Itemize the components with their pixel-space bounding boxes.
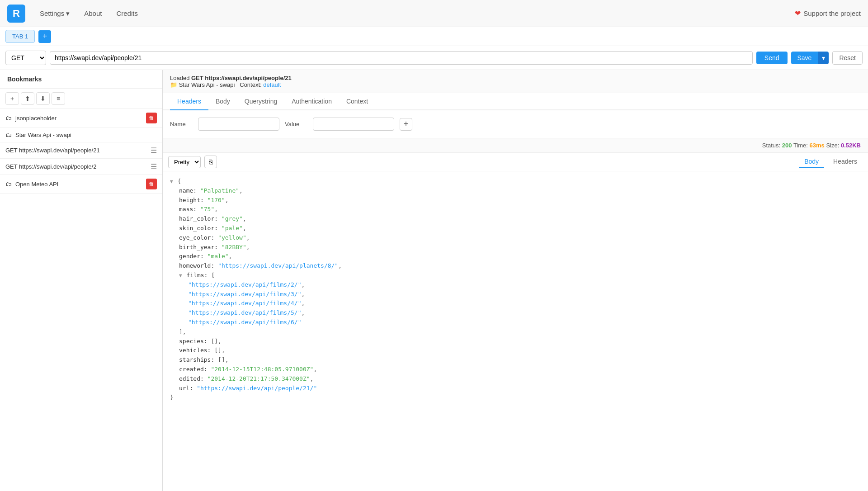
tab-headers[interactable]: Headers bbox=[170, 93, 208, 110]
json-eye-color: eye_color: "yellow", bbox=[170, 233, 861, 243]
json-film-2: "https://swapi.dev/api/films/3/", bbox=[170, 290, 861, 299]
bookmark-item-sw1[interactable]: GET https://swapi.dev/api/people/21 ☰ bbox=[0, 142, 162, 159]
folder-icon-jsonplaceholder: 🗂 bbox=[5, 114, 12, 122]
add-header-button[interactable]: + bbox=[400, 118, 412, 131]
loaded-bar: Loaded GET https://swapi.dev/api/people/… bbox=[163, 70, 868, 93]
credits-nav-item[interactable]: Credits bbox=[109, 6, 145, 21]
menu-icon-sw2: ☰ bbox=[151, 162, 157, 171]
loaded-method: GET bbox=[191, 75, 205, 81]
tab-1[interactable]: TAB 1 bbox=[5, 30, 35, 43]
loaded-context-value[interactable]: default bbox=[263, 81, 281, 88]
json-homeworld: homeworld: "https://swapi.dev/api/planet… bbox=[170, 261, 861, 271]
bookmark-item-sw2-label: GET https://swapi.dev/api/people/2 bbox=[5, 163, 96, 170]
content-area: Loaded GET https://swapi.dev/api/people/… bbox=[163, 70, 868, 491]
url-input[interactable] bbox=[50, 51, 753, 65]
header-name-input[interactable] bbox=[198, 118, 279, 131]
copy-response-button[interactable]: ⎘ bbox=[204, 156, 217, 168]
reset-button[interactable]: Reset bbox=[832, 51, 863, 65]
export-bookmark-button[interactable]: ⬆ bbox=[21, 92, 34, 105]
json-film-5-url[interactable]: "https://swapi.dev/api/films/6/" bbox=[188, 319, 301, 326]
delete-jsonplaceholder-button[interactable]: 🗑 bbox=[146, 113, 157, 123]
resp-tab-headers[interactable]: Headers bbox=[828, 156, 863, 168]
bookmark-group-jsonplaceholder[interactable]: 🗂 jsonplaceholder 🗑 bbox=[0, 109, 162, 127]
json-film-4: "https://swapi.dev/api/films/5/", bbox=[170, 308, 861, 318]
bookmark-item-sw1-label: GET https://swapi.dev/api/people/21 bbox=[5, 147, 100, 154]
settings-menu[interactable]: Settings ▾ bbox=[33, 6, 77, 21]
add-tab-button[interactable]: + bbox=[38, 30, 51, 43]
collapse-root-icon[interactable]: ▼ bbox=[170, 179, 173, 184]
loaded-context-label: Context: bbox=[236, 81, 263, 88]
menu-icon-sw1: ☰ bbox=[151, 146, 157, 155]
time-label: Time: bbox=[793, 142, 810, 149]
json-vehicles: vehicles: [], bbox=[170, 346, 861, 355]
method-select[interactable]: GET POST PUT PATCH DELETE HEAD OPTIONS bbox=[5, 51, 46, 65]
credits-label: Credits bbox=[116, 9, 138, 17]
loaded-collection-name: Star Wars Api - swapi bbox=[179, 81, 235, 88]
import-bookmark-button[interactable]: ⬇ bbox=[36, 92, 50, 105]
bookmark-actions: + ⬆ ⬇ ≡ bbox=[0, 89, 162, 109]
size-label: Size: bbox=[826, 142, 841, 149]
tab-querystring[interactable]: Querystring bbox=[237, 93, 284, 110]
loaded-url: https://swapi.dev/api/people/21 bbox=[205, 75, 291, 81]
bookmark-group-starwars[interactable]: 🗂 Star Wars Api - swapi bbox=[0, 127, 162, 142]
group-name-starwars: Star Wars Api - swapi bbox=[15, 132, 71, 138]
bookmark-group-openmeteo[interactable]: 🗂 Open Meteo API 🗑 bbox=[0, 175, 162, 194]
support-label: Support the project bbox=[803, 9, 861, 17]
json-gender: gender: "male", bbox=[170, 252, 861, 261]
json-film-2-url[interactable]: "https://swapi.dev/api/films/3/" bbox=[188, 291, 301, 297]
group-name-jsonplaceholder: jsonplaceholder bbox=[15, 115, 57, 122]
json-hair-color: hair_color: "grey", bbox=[170, 214, 861, 224]
json-url: url: "https://swapi.dev/api/people/21/" bbox=[170, 384, 861, 393]
header-value-input[interactable] bbox=[313, 118, 394, 131]
settings-arrow-icon: ▾ bbox=[66, 9, 70, 18]
json-created: created: "2014-12-15T12:48:05.971000Z", bbox=[170, 365, 861, 374]
size-value: 0.52KB bbox=[841, 142, 861, 149]
json-birth-year: birth_year: "82BBY", bbox=[170, 243, 861, 252]
tab-context[interactable]: Context bbox=[339, 93, 375, 110]
response-area: Status: 200 Time: 63ms Size: 0.52KB Pret… bbox=[163, 138, 868, 491]
json-homeworld-url[interactable]: "https://swapi.dev/api/planets/8/" bbox=[218, 262, 338, 269]
save-button[interactable]: Save bbox=[791, 52, 818, 64]
json-skin-color: skin_color: "pale", bbox=[170, 224, 861, 233]
format-select[interactable]: Pretty Raw bbox=[168, 156, 201, 168]
json-height: height: "170", bbox=[170, 196, 861, 205]
url-bar: GET POST PUT PATCH DELETE HEAD OPTIONS S… bbox=[0, 46, 868, 70]
json-films-open: ▼ films: [ bbox=[170, 271, 861, 280]
status-bar: Status: 200 Time: 63ms Size: 0.52KB bbox=[163, 138, 868, 153]
response-tabs-row: Pretty Raw ⎘ Body Headers bbox=[163, 153, 868, 171]
tab-body[interactable]: Body bbox=[208, 93, 237, 110]
loaded-prefix: Loaded bbox=[170, 75, 191, 81]
save-dropdown-button[interactable]: ▾ bbox=[818, 52, 829, 64]
json-films-close: ], bbox=[170, 327, 861, 337]
bookmark-item-sw2[interactable]: GET https://swapi.dev/api/people/2 ☰ bbox=[0, 159, 162, 175]
tab-bar: TAB 1 + bbox=[0, 27, 868, 46]
sidebar: Bookmarks + ⬆ ⬇ ≡ 🗂 jsonplaceholder 🗑 🗂 … bbox=[0, 70, 163, 491]
folder-icon-openmeteo: 🗂 bbox=[5, 180, 12, 188]
request-tabs: Headers Body Querystring Authentication … bbox=[163, 93, 868, 110]
about-nav-item[interactable]: About bbox=[77, 6, 109, 21]
add-bookmark-button[interactable]: + bbox=[5, 92, 19, 105]
json-self-url[interactable]: "https://swapi.dev/api/people/21/" bbox=[197, 385, 317, 392]
json-film-4-url[interactable]: "https://swapi.dev/api/films/5/" bbox=[188, 309, 301, 316]
support-link[interactable]: ❤ Support the project bbox=[795, 9, 861, 18]
json-film-3-url[interactable]: "https://swapi.dev/api/films/4/" bbox=[188, 300, 301, 307]
json-film-3: "https://swapi.dev/api/films/4/", bbox=[170, 299, 861, 308]
status-label: Status: bbox=[762, 142, 782, 149]
json-film-1-url[interactable]: "https://swapi.dev/api/films/2/" bbox=[188, 281, 301, 288]
loaded-collection-icon: 📁 bbox=[170, 81, 179, 88]
top-nav: R Settings ▾ About Credits ❤ Support the… bbox=[0, 0, 868, 27]
name-label: Name bbox=[170, 121, 193, 127]
tab-authentication[interactable]: Authentication bbox=[284, 93, 339, 110]
sort-bookmark-button[interactable]: ≡ bbox=[52, 92, 65, 105]
bookmarks-title: Bookmarks bbox=[0, 70, 162, 89]
resp-tab-body[interactable]: Body bbox=[799, 156, 824, 168]
send-button[interactable]: Send bbox=[756, 52, 788, 64]
main-layout: Bookmarks + ⬆ ⬇ ≡ 🗂 jsonplaceholder 🗑 🗂 … bbox=[0, 70, 868, 491]
headers-panel: Name Value + bbox=[163, 110, 868, 138]
logo-letter: R bbox=[13, 8, 20, 19]
json-mass: mass: "75", bbox=[170, 205, 861, 214]
collapse-films-icon[interactable]: ▼ bbox=[179, 273, 182, 279]
delete-openmeteo-button[interactable]: 🗑 bbox=[146, 179, 157, 189]
json-film-5: "https://swapi.dev/api/films/6/" bbox=[170, 318, 861, 327]
logo-button[interactable]: R bbox=[7, 5, 25, 23]
